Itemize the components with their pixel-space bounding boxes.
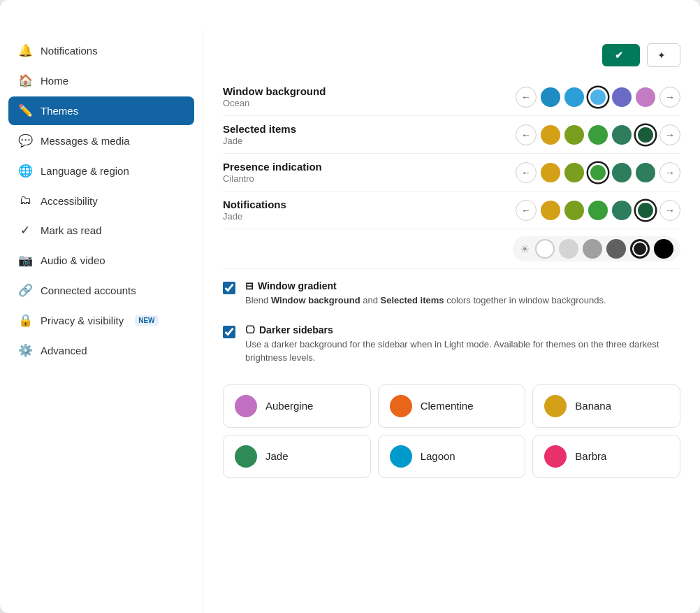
audiovideo-icon: 📷 (18, 253, 32, 268)
color-row-label-presence: Presence indication Cilantro (223, 161, 322, 184)
checkbox-row-window_gradient: ⊟ Window gradient Blend Window backgroun… (223, 269, 680, 313)
sidebar-label-audiovideo: Audio & video (41, 254, 105, 266)
sidebar-item-accessibility[interactable]: 🗂 Accessibility (8, 187, 194, 215)
swatch-window_bg-3[interactable] (612, 87, 632, 107)
color-row-sub-selected_items: Jade (223, 136, 296, 146)
color-card-clementine[interactable]: Clementine (378, 384, 526, 428)
accessibility-icon: 🗂 (18, 194, 32, 208)
sidebar-item-markasread[interactable]: ✓ Mark as read (8, 216, 194, 245)
sidebar-item-connected[interactable]: 🔗 Connected accounts (8, 276, 194, 305)
color-card-lagoon[interactable]: Lagoon (378, 435, 526, 478)
brightness-swatch-0[interactable] (535, 239, 555, 259)
sidebar-item-messages[interactable]: 💬 Messages & media (8, 127, 194, 155)
color-row-presence: Presence indication Cilantro ← → (223, 154, 680, 192)
color-row-label-notifications_row: Notifications Jade (223, 199, 286, 222)
main-content: ✔ ✦ Window background Ocean ← → S (203, 31, 700, 613)
swatch-selected_items-2[interactable] (588, 125, 608, 145)
color-dot-barbra (544, 445, 567, 468)
arrow-left-presence[interactable]: ← (516, 162, 537, 183)
swatch-selected_items-0[interactable] (541, 125, 560, 145)
color-card-label-jade: Jade (265, 450, 289, 462)
color-row-notifications_row: Notifications Jade ← → (223, 192, 680, 229)
sidebar-item-themes[interactable]: ✏️ Themes (8, 96, 194, 125)
privacy-icon: 🔒 (18, 313, 32, 328)
swatch-selected_items-4[interactable] (636, 125, 655, 145)
arrow-left-selected_items[interactable]: ← (516, 124, 537, 145)
surprise-button[interactable]: ✦ (647, 43, 680, 67)
brightness-sun-icon: ☀ (520, 243, 530, 256)
arrow-right-window_bg[interactable]: → (659, 87, 680, 108)
color-swatches-presence: ← → (516, 162, 680, 183)
sidebar-label-themes: Themes (41, 105, 78, 117)
color-card-label-lagoon: Lagoon (421, 450, 455, 462)
color-dot-clementine (390, 395, 412, 417)
swatch-window_bg-1[interactable] (564, 87, 584, 107)
sidebar-label-advanced: Advanced (41, 345, 87, 356)
color-card-label-barbra: Barbra (575, 450, 606, 462)
sidebar-item-home[interactable]: 🏠 Home (8, 66, 194, 95)
done-button[interactable]: ✔ (602, 44, 640, 66)
swatch-window_bg-4[interactable] (636, 87, 655, 107)
connected-icon: 🔗 (18, 283, 32, 298)
arrow-left-window_bg[interactable]: ← (516, 87, 537, 108)
checkbox-darker_sidebars[interactable] (223, 326, 235, 338)
swatch-presence-4[interactable] (636, 163, 655, 182)
swatch-window_bg-2[interactable] (588, 87, 608, 107)
arrow-right-notifications_row[interactable]: → (659, 200, 680, 221)
brightness-row: ☀ (223, 229, 680, 269)
color-card-label-aubergine: Aubergine (265, 400, 313, 412)
swatch-presence-0[interactable] (541, 163, 560, 182)
sidebar-item-audiovideo[interactable]: 📷 Audio & video (8, 246, 194, 275)
swatch-notifications_row-4[interactable] (636, 201, 655, 220)
sidebar-item-privacy[interactable]: 🔒 Privacy & visibility NEW (8, 306, 194, 335)
color-card-barbra[interactable]: Barbra (532, 435, 680, 478)
color-rows: Window background Ocean ← → Selected ite… (223, 78, 680, 229)
brightness-swatch-3[interactable] (606, 239, 626, 259)
brightness-swatch-5[interactable] (654, 239, 673, 259)
arrow-right-presence[interactable]: → (659, 162, 680, 183)
brightness-swatch-1[interactable] (559, 239, 578, 259)
color-card-label-banana: Banana (575, 400, 611, 412)
swatch-notifications_row-3[interactable] (612, 201, 632, 220)
swatch-window_bg-0[interactable] (541, 87, 560, 107)
markasread-icon: ✓ (18, 223, 32, 238)
color-swatches-window_bg: ← → (516, 87, 680, 108)
swatch-notifications_row-2[interactable] (588, 201, 608, 220)
sidebar-item-advanced[interactable]: ⚙️ Advanced (8, 336, 194, 365)
color-dot-lagoon (390, 445, 412, 468)
color-card-aubergine[interactable]: Aubergine (223, 384, 371, 428)
color-card-jade[interactable]: Jade (223, 435, 371, 478)
arrow-right-selected_items[interactable]: → (659, 124, 680, 145)
brightness-swatch-2[interactable] (583, 239, 602, 259)
checkbox-row-darker_sidebars: 🖵 Darker sidebars Use a darker backgroun… (223, 313, 680, 370)
color-row-name-presence: Presence indication (223, 161, 322, 173)
sidebar-label-markasread: Mark as read (41, 224, 102, 236)
sidebar: 🔔 Notifications 🏠 Home ✏️ Themes 💬 Messa… (0, 31, 203, 613)
sidebar-label-language: Language & region (41, 165, 129, 177)
color-row-sub-notifications_row: Jade (223, 211, 286, 222)
sidebar-item-language[interactable]: 🌐 Language & region (8, 157, 194, 185)
swatch-presence-2[interactable] (588, 163, 608, 182)
color-swatches-notifications_row: ← → (516, 200, 680, 221)
sidebar-label-accessibility: Accessibility (41, 195, 98, 207)
swatch-notifications_row-1[interactable] (564, 201, 584, 220)
sidebar-item-notifications[interactable]: 🔔 Notifications (8, 36, 194, 65)
header-buttons: ✔ ✦ (602, 43, 680, 67)
sidebar-label-home: Home (41, 75, 68, 87)
checkbox-icon-window_gradient: ⊟ (245, 280, 254, 291)
checkbox-window_gradient[interactable] (223, 282, 235, 294)
color-row-selected_items: Selected items Jade ← → (223, 116, 680, 154)
arrow-left-notifications_row[interactable]: ← (516, 200, 537, 221)
checkboxes-container: ⊟ Window gradient Blend Window backgroun… (223, 269, 680, 370)
swatch-presence-3[interactable] (612, 163, 632, 182)
swatch-presence-1[interactable] (564, 163, 584, 182)
check-icon: ✔ (615, 50, 623, 61)
color-row-window_bg: Window background Ocean ← → (223, 78, 680, 116)
swatch-selected_items-3[interactable] (612, 125, 632, 145)
swatch-notifications_row-0[interactable] (541, 201, 560, 220)
close-button[interactable] (675, 17, 680, 22)
checkbox-icon-darker_sidebars: 🖵 (245, 324, 255, 336)
brightness-swatch-4[interactable] (630, 239, 650, 259)
swatch-selected_items-1[interactable] (564, 125, 584, 145)
color-card-banana[interactable]: Banana (532, 384, 680, 428)
